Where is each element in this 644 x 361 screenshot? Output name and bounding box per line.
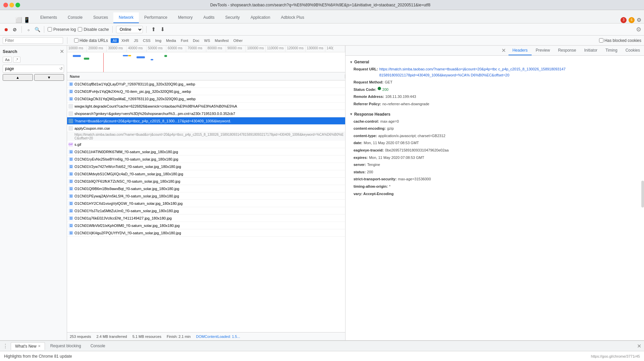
tab-performance[interactable]: Performance	[139, 12, 173, 23]
tab-audits[interactable]: Audits	[198, 12, 220, 23]
disable-cache-checkbox[interactable]: Disable cache	[78, 27, 109, 32]
filter-type-js[interactable]: JS	[132, 38, 140, 43]
request-row-1[interactable]: 🖼 O1CN01fFvHjv1YqQlk2XHcQ_!!0-item_pic.j…	[67, 88, 345, 95]
window-controls[interactable]	[3, 3, 20, 7]
headers-content[interactable]: ▼ General Request URL: https://tmatch.si…	[345, 56, 644, 340]
close-button[interactable]	[3, 3, 8, 7]
settings-icon[interactable]: ⚙	[636, 26, 641, 33]
tab-sources[interactable]: Sources	[88, 12, 113, 23]
panel-tab-response[interactable]: Response	[554, 46, 580, 55]
general-triangle[interactable]: ▼	[350, 60, 353, 64]
tab-network[interactable]: Network	[113, 12, 139, 23]
tab-console[interactable]: Console	[62, 12, 88, 23]
filter-input[interactable]	[3, 37, 63, 44]
filter-type-all[interactable]: All	[111, 38, 119, 43]
request-row-2[interactable]: 🖼 O1CN01kgCfk31YqQM2psMaE_!!269783110.jp…	[67, 95, 345, 103]
tab-elements[interactable]: Elements	[35, 12, 62, 23]
request-row-0[interactable]: 🖼 O1CN01qfBd1w1YqQLayDYsP_!!269783110.jp…	[67, 80, 345, 88]
panel-tab-headers[interactable]: Headers	[508, 46, 532, 55]
filter-type-other[interactable]: Other	[231, 38, 245, 43]
request-row-12[interactable]: 🖼 O1CN01b9Q7F61ffcKTZcNSC_!!0-saturn_sol…	[67, 178, 345, 185]
inspect-icon[interactable]: ⬜	[15, 17, 22, 23]
minimize-button[interactable]	[9, 3, 14, 7]
requests-header: Name	[67, 72, 345, 80]
bottom-tab-console[interactable]: Console	[87, 342, 109, 350]
req-icon-19: 🖼	[68, 231, 73, 235]
search-case-button[interactable]: Aa	[3, 57, 12, 63]
filter-button[interactable]: ⬦	[25, 26, 32, 33]
panel-close-button[interactable]: ✕	[501, 47, 506, 54]
request-row-5[interactable]: ?name=tbuad&o=j&count=20&p4p=tbcc_p4p_c2…	[67, 117, 345, 125]
response-headers-section-header[interactable]: ▼ Response Headers	[350, 111, 640, 118]
maximize-button[interactable]	[15, 3, 20, 7]
filter-type-manifest[interactable]: Manifest	[213, 38, 231, 43]
tab-memory[interactable]: Memory	[173, 12, 198, 23]
filter-type-doc[interactable]: Doc	[191, 38, 202, 43]
request-row-15[interactable]: 🖼 O1CN01HY2CXd1vsvgVylQGW_!!0-saturn_sol…	[67, 200, 345, 207]
throttle-select[interactable]: Online Fast 3G Slow 3G Offline	[116, 26, 143, 33]
request-row-9[interactable]: 🖼 O1CN01ryEvNx25lseBYm6Ig_!!0-saturn_sol…	[67, 156, 345, 163]
import-button[interactable]: ⬆	[150, 25, 157, 33]
bottom-menu-icon[interactable]: ⋮	[3, 343, 8, 349]
record-button[interactable]: ⏺	[3, 26, 9, 33]
whats-new-close-icon[interactable]: ✕	[38, 344, 41, 348]
hide-data-urls-input[interactable]	[74, 38, 78, 43]
request-row-13[interactable]: 🖼 O1CN01Ql9B6m1Bts9awxBqt_!!0-saturn_sol…	[67, 185, 345, 192]
request-row-8[interactable]: 🖼 O1CN011H4TlN0DRfK67MM_!!0-saturn_solar…	[67, 148, 345, 156]
request-row-18[interactable]: 🖼 O1CN01WlbVbf21lxKphO8M0_!!0-saturn_sol…	[67, 222, 345, 229]
preserve-log-input[interactable]	[48, 27, 52, 32]
bottom-tab-whats-new[interactable]: What's New ✕	[11, 342, 45, 350]
request-row-17[interactable]: 🖼 O1CN01q76kE02JVcllccENt_!!411149427.jp…	[67, 215, 345, 222]
has-blocked-cookies-input[interactable]	[599, 38, 603, 43]
request-row-14[interactable]: 🖼 O1CN01PEywaj2AjVm5kLSf4_!!0-saturn_sol…	[67, 192, 345, 200]
scrollbar-thumb[interactable]	[641, 181, 644, 207]
panel-tab-cookies[interactable]: Cookies	[622, 46, 644, 55]
disable-cache-input[interactable]	[78, 27, 82, 32]
request-row-10[interactable]: 🖼 O1CN01V2yw7427eWcnTob52_!!0-saturn_sol…	[67, 163, 345, 170]
filter-type-font[interactable]: Font	[179, 38, 190, 43]
filter-type-media[interactable]: Media	[164, 38, 178, 43]
request-row-7[interactable]: GIF s.gif	[67, 141, 345, 148]
search-close-button[interactable]: ✕	[60, 48, 64, 55]
export-button[interactable]: ⬇	[159, 25, 166, 33]
timeline-area: 10000 ms 20000 ms 30000 ms 40000 ms 5000…	[67, 46, 345, 72]
search-regex-button[interactable]: .*	[13, 57, 20, 63]
bottom-tab-request-blocking[interactable]: Request blocking	[46, 342, 85, 350]
request-row-6[interactable]: applyCoupon.min.cse	[67, 125, 345, 132]
preserve-log-checkbox[interactable]: Preserve log	[48, 27, 76, 32]
tab-security[interactable]: Security	[220, 12, 245, 23]
has-blocked-cookies-checkbox[interactable]: Has blocked cookies	[599, 38, 641, 43]
device-icon[interactable]: 📱	[23, 17, 30, 23]
panel-tab-initiator[interactable]: Initiator	[580, 46, 601, 55]
gear-icon[interactable]: ⚙	[637, 17, 641, 23]
response-headers-triangle[interactable]: ▼	[350, 112, 353, 116]
panel-tab-preview[interactable]: Preview	[532, 46, 554, 55]
stop-button[interactable]: ⊘	[11, 26, 18, 33]
search-button[interactable]: 🔍	[34, 26, 41, 33]
filter-type-css[interactable]: CSS	[141, 38, 153, 43]
request-row-3[interactable]: wwgw.light.degradeCount?cache=6226826&ww…	[67, 103, 345, 110]
tab-application[interactable]: Application	[245, 12, 276, 23]
devtools-nav-icons[interactable]: ⬜ 📱	[13, 17, 32, 23]
request-row-19[interactable]: 🖼 O1CN01VjKHgu2FPQUYfYDVi_!!0-saturn_sol…	[67, 229, 345, 237]
filter-type-img[interactable]: Img	[153, 38, 163, 43]
filter-type-xhr[interactable]: XHR	[119, 38, 131, 43]
search-refresh-icon[interactable]: ↺	[59, 66, 63, 71]
search-prev-button[interactable]: ▲	[3, 74, 33, 81]
search-next-button[interactable]: ▼	[34, 74, 64, 81]
panel-tab-timing[interactable]: Timing	[601, 46, 622, 55]
bottom-bar-close-button[interactable]: ✕	[637, 343, 641, 349]
request-row-11[interactable]: 🖼 O1CN01MdvybS1CMGjXQc4aD_!!0-saturn_sol…	[67, 170, 345, 178]
req-name-8: O1CN011H4TlN0DRfK67MM_!!0-saturn_solar.j…	[74, 150, 344, 154]
filter-type-ws[interactable]: WS	[202, 38, 212, 43]
remote-address-key: Remote Address:	[354, 94, 384, 100]
request-row-4[interactable]: shopsearch?gmkey=&gokey=vers%3Dj%26shops…	[67, 110, 345, 117]
whats-new-panel: Highlights from the Chrome 81 update htt…	[0, 351, 644, 361]
requests-list[interactable]: 🖼 O1CN01qfBd1w1YqQLayDYsP_!!269783110.jp…	[67, 80, 345, 332]
tab-adblock[interactable]: Adblock Plus	[276, 12, 310, 23]
general-section-header[interactable]: ▼ General	[350, 58, 640, 66]
request-row-16[interactable]: 🖼 O1CN01YbJ7iz1a5MttZuUm0_!!0-saturn_sol…	[67, 207, 345, 215]
hide-data-urls-checkbox[interactable]: Hide data URLs	[74, 38, 108, 43]
search-field[interactable]	[3, 65, 64, 73]
content-encoding-val: gzip	[387, 126, 394, 132]
